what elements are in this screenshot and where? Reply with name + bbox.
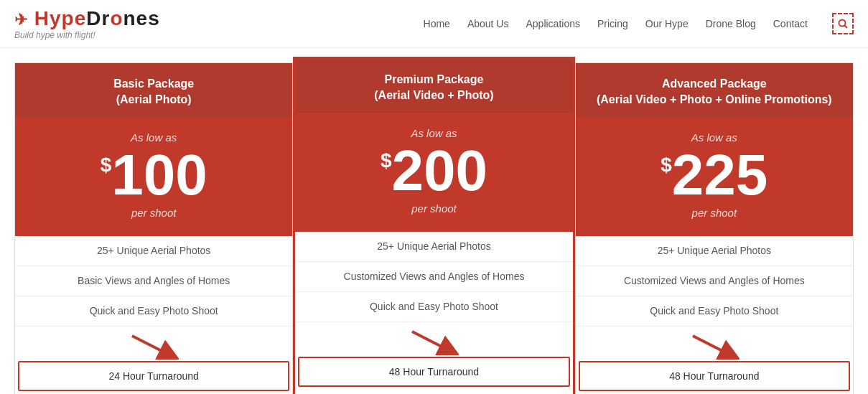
basic-amount: 100 [111, 146, 207, 204]
advanced-feature-2: Customized Views and Angles of Homes [576, 266, 853, 296]
svg-line-1 [845, 26, 848, 29]
advanced-title: Advanced Package (Aerial Video + Photo +… [587, 76, 841, 108]
advanced-turnaround: 48 Hour Turnaround [579, 361, 850, 391]
advanced-feature-3: Quick and Easy Photo Shoot [576, 296, 853, 327]
logo: ✈ HypeDrones Build hype with flight! [14, 7, 160, 40]
logo-title: ✈ HypeDrones [14, 7, 160, 30]
nav-home[interactable]: Home [424, 18, 450, 29]
advanced-as-low-as: As low as [587, 131, 841, 144]
premium-dollar: $ [381, 151, 392, 171]
search-icon[interactable] [832, 13, 854, 34]
basic-per-shoot: per shoot [27, 207, 281, 219]
premium-arrow-row [295, 322, 572, 355]
advanced-card-header: Advanced Package (Aerial Video + Photo +… [576, 63, 853, 117]
premium-feature-2: Customized Views and Angles of Homes [295, 262, 572, 292]
svg-line-5 [412, 332, 450, 351]
advanced-amount: 225 [672, 146, 767, 204]
nav-about[interactable]: About Us [467, 18, 509, 29]
premium-feature-1: 25+ Unique Aerial Photos [295, 232, 572, 262]
basic-feature-3: Quick and Easy Photo Shoot [15, 296, 292, 327]
logo-hype: Hype [34, 7, 86, 29]
basic-card-header: Basic Package (Aerial Photo) [15, 63, 292, 117]
logo-subtitle: Build hype with flight! [14, 30, 160, 40]
advanced-arrow-row [576, 327, 853, 360]
premium-price-value: $ 200 [307, 142, 561, 200]
basic-package-card: Basic Package (Aerial Photo) As low as $… [14, 62, 293, 394]
advanced-feature-1: 25+ Unique Aerial Photos [576, 236, 853, 266]
basic-dollar: $ [101, 155, 112, 175]
basic-price-area: As low as $ 100 per shoot [15, 117, 292, 236]
premium-card-header: Premium Package (Aerial Video + Photo) [295, 59, 572, 113]
nav-pricing[interactable]: Pricing [597, 18, 628, 29]
basic-arrow-icon [129, 332, 179, 360]
advanced-price-area: As low as $ 225 per shoot [576, 117, 853, 236]
nav-droneblog[interactable]: Drone Blog [706, 18, 756, 29]
basic-turnaround: 24 Hour Turnaround [18, 361, 289, 391]
basic-as-low-as: As low as [27, 131, 281, 144]
header: ✈ HypeDrones Build hype with flight! Hom… [0, 0, 868, 48]
premium-title: Premium Package (Aerial Video + Photo) [307, 72, 561, 104]
nav-applications[interactable]: Applications [526, 18, 580, 29]
nav-ourhype[interactable]: Our Hype [645, 18, 689, 29]
advanced-price-value: $ 225 [587, 146, 841, 204]
basic-feature-1: 25+ Unique Aerial Photos [15, 236, 292, 266]
svg-line-7 [693, 336, 731, 355]
basic-feature-2: Basic Views and Angles of Homes [15, 266, 292, 296]
premium-feature-3: Quick and Easy Photo Shoot [295, 292, 572, 322]
advanced-per-shoot: per shoot [587, 207, 841, 219]
premium-per-shoot: per shoot [307, 202, 561, 215]
basic-arrow-row [15, 327, 292, 360]
basic-title: Basic Package (Aerial Photo) [27, 76, 281, 108]
pricing-section: Basic Package (Aerial Photo) As low as $… [0, 48, 868, 394]
svg-point-0 [839, 20, 846, 27]
nav-contact[interactable]: Contact [773, 18, 808, 29]
advanced-package-card: Advanced Package (Aerial Video + Photo +… [575, 62, 854, 394]
svg-line-3 [132, 336, 170, 355]
logo-drones: Drones [86, 7, 159, 29]
premium-turnaround: 48 Hour Turnaround [298, 357, 569, 387]
advanced-arrow-icon [689, 332, 739, 360]
premium-price-area: As low as $ 200 per shoot [295, 113, 572, 232]
premium-as-low-as: As low as [307, 127, 561, 139]
premium-arrow-icon [409, 328, 459, 355]
premium-schedule: Schedule Jobs Up to 5 Days Out [295, 388, 572, 394]
main-nav: Home About Us Applications Pricing Our H… [424, 13, 854, 34]
advanced-dollar: $ [661, 155, 672, 175]
premium-amount: 200 [392, 142, 487, 200]
premium-package-card: Premium Package (Aerial Video + Photo) A… [293, 57, 574, 394]
basic-price-value: $ 100 [27, 146, 281, 204]
